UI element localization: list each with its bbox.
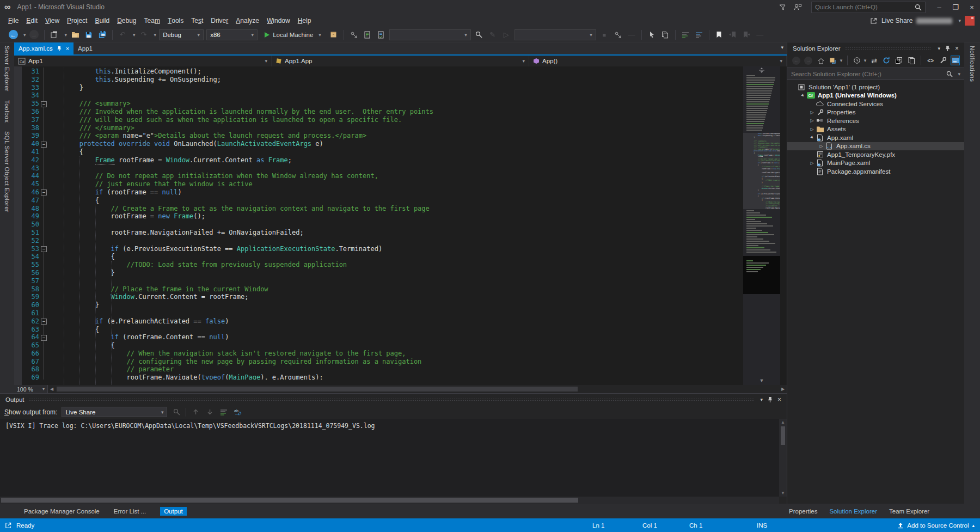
- code-line-31[interactable]: 31 this.InitializeComponent();: [14, 68, 741, 76]
- code-line-63[interactable]: 63 {: [14, 326, 741, 334]
- menu-view[interactable]: View: [41, 15, 63, 26]
- run-item-button[interactable]: ▷: [501, 29, 512, 40]
- performance-profiler-button[interactable]: [328, 29, 339, 40]
- preview-selected-items-button[interactable]: [951, 56, 960, 65]
- output-source-dropdown[interactable]: Live Share ▾: [62, 407, 167, 417]
- code-line-60[interactable]: 60 }: [14, 301, 741, 309]
- navigate-forward-button[interactable]: →: [804, 56, 813, 65]
- open-file-button[interactable]: [70, 29, 81, 40]
- code-line-56[interactable]: 56 }: [14, 269, 741, 277]
- feedback-filter-icon[interactable]: [779, 3, 786, 11]
- code-line-58[interactable]: 58 // Place the frame in the current Win…: [14, 285, 741, 293]
- chevron-down-icon[interactable]: ▾: [154, 32, 157, 38]
- tab-list-dropdown-icon[interactable]: ▾: [781, 45, 783, 50]
- go-to-next-message-button[interactable]: [205, 407, 215, 417]
- comment-selection-button[interactable]: [680, 29, 691, 40]
- code-line-65[interactable]: 65 {: [14, 341, 741, 350]
- solution-configurations-dropdown[interactable]: Debug▾: [159, 29, 204, 40]
- menu-project[interactable]: Project: [63, 15, 91, 26]
- code-line-69[interactable]: 69 rootFrame.Navigate(typeof(MainPage), …: [14, 374, 741, 380]
- sync-with-active-document-button[interactable]: ⇄: [869, 56, 879, 65]
- tree-expander-icon[interactable]: ▼: [799, 91, 807, 100]
- menu-window[interactable]: Window: [263, 15, 294, 26]
- tree-expander-icon[interactable]: ▷: [808, 118, 816, 123]
- scrollbar-thumb[interactable]: [57, 387, 578, 392]
- code-line-62[interactable]: 62− if (e.PrelaunchActivated == false): [14, 317, 741, 326]
- tree-item-assets[interactable]: ▷Assets: [787, 125, 964, 134]
- side-tab-sql-server-object-explorer[interactable]: SQL Server Object Explorer: [4, 131, 10, 212]
- save-all-button[interactable]: [97, 29, 108, 40]
- view-code-button[interactable]: <>: [926, 56, 935, 65]
- test-explorer-button[interactable]: [376, 29, 387, 40]
- live-share-status-icon[interactable]: [4, 518, 12, 532]
- menu-debug[interactable]: Debug: [113, 15, 140, 26]
- menu-build[interactable]: Build: [91, 15, 113, 26]
- tree-item-solution-app1-1-project[interactable]: Solution 'App1' (1 project): [787, 83, 964, 91]
- code-line-48[interactable]: 48 // Create a Frame to act as the navig…: [14, 205, 741, 213]
- code-line-42[interactable]: 42 Frame rootFrame = Window.Current.Cont…: [14, 156, 741, 164]
- menu-edit[interactable]: Edit: [22, 15, 41, 26]
- start-debugging-button[interactable]: Local Machine▾: [260, 29, 326, 41]
- find-message-in-code-button[interactable]: [171, 407, 181, 417]
- minimap-scrollbar[interactable]: this.InitializeComponent(); this.Suspend…: [743, 66, 780, 385]
- collapse-region-icon[interactable]: −: [41, 319, 47, 325]
- breadcrumb-app1[interactable]: C#App1▾: [14, 56, 272, 66]
- code-line-41[interactable]: 41 {: [14, 148, 741, 156]
- tree-expander-icon[interactable]: ▼: [808, 133, 817, 142]
- code-line-44[interactable]: 44 // Do not repeat app initialization w…: [14, 172, 741, 180]
- go-to-previous-message-button[interactable]: [191, 407, 200, 417]
- solution-platforms-dropdown[interactable]: x86▾: [206, 29, 258, 40]
- doc-tab-app1[interactable]: App1: [74, 42, 97, 54]
- code-line-50[interactable]: 50: [14, 221, 741, 229]
- tree-expander-icon[interactable]: ▷: [818, 144, 825, 149]
- tree-item-properties[interactable]: ▷Properties: [787, 108, 964, 117]
- window-position-icon[interactable]: ▾: [938, 46, 940, 51]
- scrollbar-thumb[interactable]: [1, 498, 578, 503]
- code-line-68[interactable]: 68 // parameter: [14, 365, 741, 374]
- collapse-region-icon[interactable]: −: [41, 246, 47, 252]
- code-line-32[interactable]: 32 this.Suspending += OnSuspending;: [14, 76, 741, 84]
- fold-gutter[interactable]: −: [39, 317, 48, 326]
- previous-bookmark-button[interactable]: [727, 29, 738, 40]
- tree-item-app-xaml-cs[interactable]: ▷App.xaml.cs: [787, 142, 964, 151]
- chevron-down-icon[interactable]: ▾: [958, 18, 961, 23]
- navigate-forward-button[interactable]: →: [29, 29, 40, 40]
- save-button[interactable]: [83, 29, 94, 40]
- code-line-37[interactable]: 37 /// will be used such as when the app…: [14, 116, 741, 124]
- close-icon[interactable]: ×: [66, 45, 69, 52]
- close-button[interactable]: ×: [964, 0, 980, 14]
- collapse-region-icon[interactable]: −: [41, 142, 47, 148]
- next-bookmark-button[interactable]: [741, 29, 752, 40]
- send-feedback-icon[interactable]: [794, 3, 802, 11]
- stop-button[interactable]: ■: [599, 29, 610, 40]
- chevron-down-icon[interactable]: ▾: [23, 32, 26, 38]
- zoom-level-dropdown[interactable]: 100 % ▾: [14, 385, 48, 393]
- tree-expander-icon[interactable]: ▷: [808, 127, 816, 132]
- code-line-43[interactable]: 43: [14, 164, 741, 173]
- code-line-49[interactable]: 49 rootFrame = new Frame();: [14, 212, 741, 221]
- quick-launch-input[interactable]: Quick Launch (Ctrl+Q): [811, 2, 926, 13]
- scroll-up-icon[interactable]: ▲: [779, 420, 787, 425]
- code-line-61[interactable]: 61: [14, 309, 741, 317]
- toggle-word-wrap-button[interactable]: ab: [233, 407, 243, 417]
- code-line-51[interactable]: 51 rootFrame.NavigationFailed += OnNavig…: [14, 229, 741, 237]
- side-tab-server-explorer[interactable]: Server Explorer: [4, 46, 10, 91]
- side-tab-toolbox[interactable]: Toolbox: [4, 100, 10, 123]
- toolbar-search-1-dropdown[interactable]: ▾: [389, 29, 471, 40]
- solution-explorer-search-input[interactable]: Search Solution Explorer (Ctrl+;) ▾: [787, 68, 964, 80]
- signed-in-user-name[interactable]: [916, 18, 952, 24]
- menu-tools[interactable]: Tools: [164, 15, 187, 26]
- collapse-region-icon[interactable]: −: [41, 335, 47, 341]
- build-selection-button[interactable]: [362, 29, 373, 40]
- refresh-button[interactable]: [882, 56, 891, 65]
- tool-tab-error-list[interactable]: Error List ...: [114, 508, 146, 515]
- splitter-handle-icon[interactable]: [758, 68, 765, 73]
- pin-icon[interactable]: [57, 46, 62, 52]
- maximize-button[interactable]: ❐: [947, 0, 964, 14]
- scrollbar-thumb[interactable]: [781, 426, 785, 445]
- tree-item-app1-temporarykey-pfx[interactable]: App1_TemporaryKey.pfx: [787, 150, 964, 159]
- switch-views-button[interactable]: [829, 56, 838, 65]
- pending-changes-filter-button[interactable]: [853, 56, 862, 65]
- navigate-backward-button[interactable]: ←: [8, 29, 19, 40]
- horizontal-scrollbar[interactable]: [56, 385, 779, 393]
